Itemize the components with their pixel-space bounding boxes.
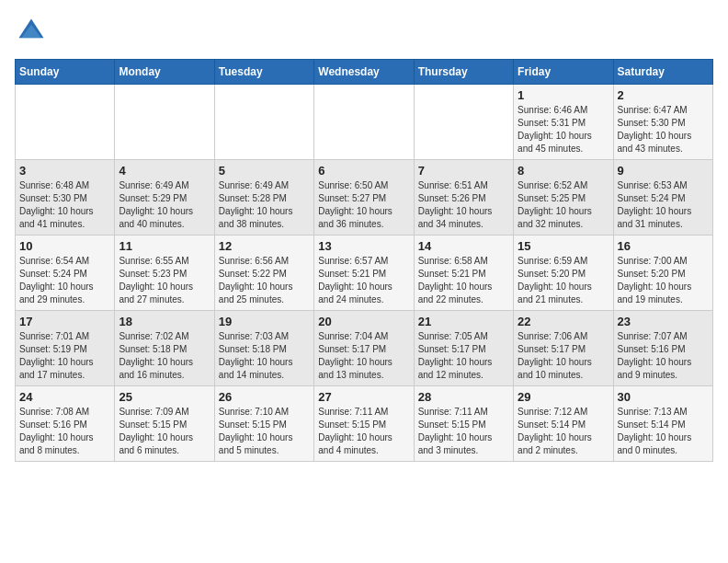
day-number: 28 (418, 390, 509, 404)
day-number: 19 (219, 315, 310, 328)
day-number: 14 (418, 239, 509, 253)
day-number: 16 (618, 239, 709, 253)
logo (15, 15, 51, 48)
calendar-cell: 4Sunrise: 6:49 AM Sunset: 5:29 PM Daylig… (115, 160, 214, 236)
day-info: Sunrise: 6:53 AM Sunset: 5:24 PM Dayligh… (618, 179, 709, 231)
weekday-header: Thursday (414, 60, 513, 85)
day-info: Sunrise: 7:04 AM Sunset: 5:17 PM Dayligh… (318, 330, 409, 382)
calendar-cell (115, 85, 214, 160)
day-info: Sunrise: 6:56 AM Sunset: 5:22 PM Dayligh… (219, 255, 310, 306)
day-info: Sunrise: 6:48 AM Sunset: 5:30 PM Dayligh… (19, 179, 110, 231)
day-info: Sunrise: 7:06 AM Sunset: 5:17 PM Dayligh… (518, 330, 609, 382)
calendar-cell: 2Sunrise: 6:47 AM Sunset: 5:30 PM Daylig… (613, 85, 712, 160)
day-info: Sunrise: 7:11 AM Sunset: 5:15 PM Dayligh… (318, 406, 409, 457)
calendar-week-row: 17Sunrise: 7:01 AM Sunset: 5:19 PM Dayli… (16, 311, 713, 386)
calendar-cell: 6Sunrise: 6:50 AM Sunset: 5:27 PM Daylig… (314, 160, 414, 236)
day-info: Sunrise: 7:02 AM Sunset: 5:18 PM Dayligh… (119, 330, 210, 382)
day-info: Sunrise: 7:07 AM Sunset: 5:16 PM Dayligh… (618, 330, 709, 382)
calendar-cell: 26Sunrise: 7:10 AM Sunset: 5:15 PM Dayli… (214, 386, 313, 462)
calendar-cell: 18Sunrise: 7:02 AM Sunset: 5:18 PM Dayli… (115, 311, 214, 386)
calendar-body: 1Sunrise: 6:46 AM Sunset: 5:31 PM Daylig… (16, 85, 713, 462)
calendar-cell: 30Sunrise: 7:13 AM Sunset: 5:14 PM Dayli… (613, 386, 712, 462)
day-number: 8 (518, 164, 609, 178)
day-number: 21 (418, 315, 509, 328)
calendar-cell: 11Sunrise: 6:55 AM Sunset: 5:23 PM Dayli… (115, 236, 214, 311)
day-number: 29 (518, 390, 609, 404)
day-number: 18 (119, 315, 210, 328)
calendar-cell: 5Sunrise: 6:49 AM Sunset: 5:28 PM Daylig… (214, 160, 313, 236)
calendar-cell: 1Sunrise: 6:46 AM Sunset: 5:31 PM Daylig… (514, 85, 613, 160)
weekday-header: Monday (115, 60, 214, 85)
day-info: Sunrise: 7:08 AM Sunset: 5:16 PM Dayligh… (19, 406, 110, 457)
calendar-cell: 21Sunrise: 7:05 AM Sunset: 5:17 PM Dayli… (414, 311, 513, 386)
calendar-cell: 10Sunrise: 6:54 AM Sunset: 5:24 PM Dayli… (16, 236, 115, 311)
calendar-cell: 3Sunrise: 6:48 AM Sunset: 5:30 PM Daylig… (16, 160, 115, 236)
day-info: Sunrise: 6:49 AM Sunset: 5:28 PM Dayligh… (219, 179, 310, 231)
day-number: 17 (19, 315, 110, 328)
calendar-cell: 20Sunrise: 7:04 AM Sunset: 5:17 PM Dayli… (314, 311, 414, 386)
day-info: Sunrise: 6:52 AM Sunset: 5:25 PM Dayligh… (518, 179, 609, 231)
calendar-cell: 28Sunrise: 7:11 AM Sunset: 5:15 PM Dayli… (414, 386, 513, 462)
calendar-cell: 24Sunrise: 7:08 AM Sunset: 5:16 PM Dayli… (16, 386, 115, 462)
calendar-cell: 9Sunrise: 6:53 AM Sunset: 5:24 PM Daylig… (613, 160, 712, 236)
calendar-cell: 13Sunrise: 6:57 AM Sunset: 5:21 PM Dayli… (314, 236, 414, 311)
calendar-cell: 12Sunrise: 6:56 AM Sunset: 5:22 PM Dayli… (214, 236, 313, 311)
calendar-week-row: 24Sunrise: 7:08 AM Sunset: 5:16 PM Dayli… (16, 386, 713, 462)
calendar-cell: 19Sunrise: 7:03 AM Sunset: 5:18 PM Dayli… (214, 311, 313, 386)
calendar-cell: 25Sunrise: 7:09 AM Sunset: 5:15 PM Dayli… (115, 386, 214, 462)
day-info: Sunrise: 7:01 AM Sunset: 5:19 PM Dayligh… (19, 330, 110, 382)
calendar-week-row: 10Sunrise: 6:54 AM Sunset: 5:24 PM Dayli… (16, 236, 713, 311)
day-info: Sunrise: 7:11 AM Sunset: 5:15 PM Dayligh… (418, 406, 509, 457)
day-number: 9 (618, 164, 709, 178)
calendar-week-row: 1Sunrise: 6:46 AM Sunset: 5:31 PM Daylig… (16, 85, 713, 160)
calendar-cell: 29Sunrise: 7:12 AM Sunset: 5:14 PM Dayli… (514, 386, 613, 462)
day-info: Sunrise: 7:03 AM Sunset: 5:18 PM Dayligh… (219, 330, 310, 382)
day-number: 6 (318, 164, 409, 178)
day-info: Sunrise: 7:12 AM Sunset: 5:14 PM Dayligh… (518, 406, 609, 457)
calendar-cell (214, 85, 313, 160)
weekday-header: Saturday (613, 60, 712, 85)
day-number: 24 (19, 390, 110, 404)
day-number: 15 (518, 239, 609, 253)
day-number: 7 (418, 164, 509, 178)
calendar-cell: 14Sunrise: 6:58 AM Sunset: 5:21 PM Dayli… (414, 236, 513, 311)
day-info: Sunrise: 7:13 AM Sunset: 5:14 PM Dayligh… (618, 406, 709, 457)
day-info: Sunrise: 6:58 AM Sunset: 5:21 PM Dayligh… (418, 255, 509, 306)
calendar-cell: 17Sunrise: 7:01 AM Sunset: 5:19 PM Dayli… (16, 311, 115, 386)
calendar-cell: 27Sunrise: 7:11 AM Sunset: 5:15 PM Dayli… (314, 386, 414, 462)
day-number: 4 (119, 164, 210, 178)
day-info: Sunrise: 6:51 AM Sunset: 5:26 PM Dayligh… (418, 179, 509, 231)
calendar-table: SundayMondayTuesdayWednesdayThursdayFrid… (15, 59, 713, 462)
day-info: Sunrise: 7:00 AM Sunset: 5:20 PM Dayligh… (618, 255, 709, 306)
day-number: 26 (219, 390, 310, 404)
day-info: Sunrise: 6:46 AM Sunset: 5:31 PM Dayligh… (518, 104, 609, 155)
day-info: Sunrise: 6:55 AM Sunset: 5:23 PM Dayligh… (119, 255, 210, 306)
calendar-cell (16, 85, 115, 160)
calendar-header-row: SundayMondayTuesdayWednesdayThursdayFrid… (16, 60, 713, 85)
weekday-header: Friday (514, 60, 613, 85)
day-number: 1 (518, 88, 609, 102)
day-info: Sunrise: 7:05 AM Sunset: 5:17 PM Dayligh… (418, 330, 509, 382)
day-info: Sunrise: 6:49 AM Sunset: 5:29 PM Dayligh… (119, 179, 210, 231)
calendar-cell: 22Sunrise: 7:06 AM Sunset: 5:17 PM Dayli… (514, 311, 613, 386)
day-number: 13 (318, 239, 409, 253)
day-number: 20 (318, 315, 409, 328)
calendar-cell: 8Sunrise: 6:52 AM Sunset: 5:25 PM Daylig… (514, 160, 613, 236)
day-number: 25 (119, 390, 210, 404)
calendar-cell (314, 85, 414, 160)
day-number: 11 (119, 239, 210, 253)
day-number: 10 (19, 239, 110, 253)
day-number: 30 (618, 390, 709, 404)
weekday-header: Wednesday (314, 60, 414, 85)
day-number: 3 (19, 164, 110, 178)
day-info: Sunrise: 6:47 AM Sunset: 5:30 PM Dayligh… (618, 104, 709, 155)
day-info: Sunrise: 7:09 AM Sunset: 5:15 PM Dayligh… (119, 406, 210, 457)
day-info: Sunrise: 6:57 AM Sunset: 5:21 PM Dayligh… (318, 255, 409, 306)
calendar-cell: 15Sunrise: 6:59 AM Sunset: 5:20 PM Dayli… (514, 236, 613, 311)
day-number: 23 (618, 315, 709, 328)
weekday-header: Sunday (16, 60, 115, 85)
calendar-week-row: 3Sunrise: 6:48 AM Sunset: 5:30 PM Daylig… (16, 160, 713, 236)
day-info: Sunrise: 6:50 AM Sunset: 5:27 PM Dayligh… (318, 179, 409, 231)
day-info: Sunrise: 6:54 AM Sunset: 5:24 PM Dayligh… (19, 255, 110, 306)
day-number: 2 (618, 88, 709, 102)
